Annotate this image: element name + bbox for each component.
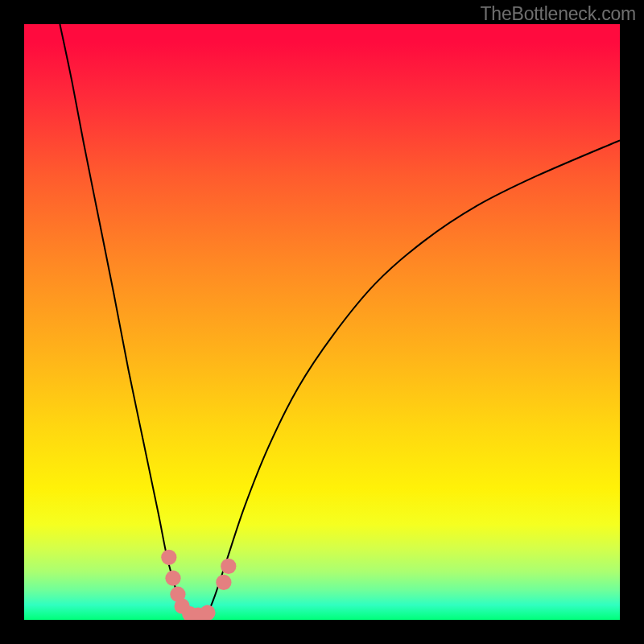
right-branch-curve (208, 140, 620, 613)
watermark-text: TheBottleneck.com (481, 3, 636, 25)
highlight-dots-group (161, 550, 236, 620)
highlight-dot (165, 571, 180, 586)
curve-svg (24, 24, 620, 620)
chart-frame: TheBottleneck.com (0, 0, 644, 644)
left-branch-curve (60, 24, 186, 614)
highlight-dot (216, 575, 231, 590)
highlight-dot (221, 559, 236, 574)
plot-area (24, 24, 620, 620)
highlight-dot (200, 605, 215, 621)
highlight-dot (161, 550, 176, 565)
